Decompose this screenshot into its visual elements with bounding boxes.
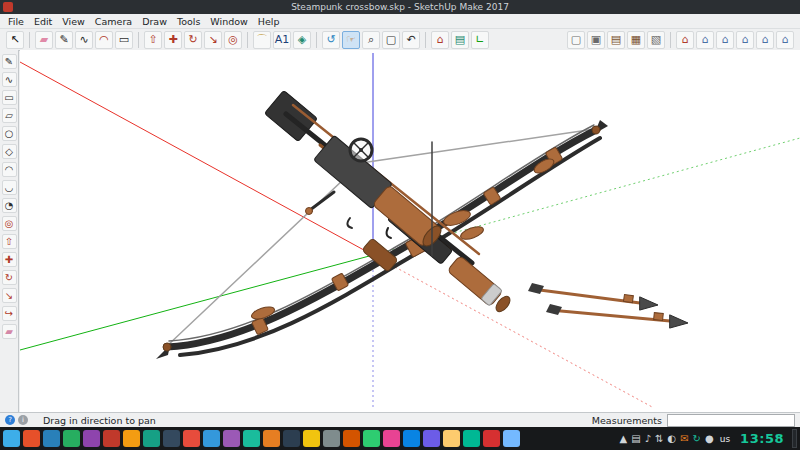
taskbar-app-icon[interactable] <box>23 430 40 447</box>
offset-icon[interactable]: ◎ <box>224 31 242 49</box>
taskbar-app-icon[interactable] <box>403 430 420 447</box>
taskbar-app-icon[interactable] <box>463 430 480 447</box>
scale-icon[interactable]: ↘ <box>2 288 17 303</box>
rotate-icon[interactable]: ↻ <box>184 31 202 49</box>
volume-icon[interactable]: ♪ <box>645 427 651 450</box>
measurements-input[interactable] <box>667 414 795 427</box>
view-top-icon[interactable]: ⌂ <box>696 31 714 49</box>
zoom-extents-icon[interactable]: ▢ <box>382 31 400 49</box>
taskbar-app-icon[interactable] <box>283 430 300 447</box>
text-icon[interactable]: A1 <box>273 31 291 49</box>
titlebar[interactable]: Steampunk crossbow.skp - SketchUp Make 2… <box>0 0 800 14</box>
taskbar-app-icon[interactable] <box>423 430 440 447</box>
taskbar-app-icon[interactable] <box>323 430 340 447</box>
circle-icon[interactable]: ○ <box>2 126 17 141</box>
viewport-3d[interactable] <box>20 50 800 412</box>
line-icon[interactable]: ✎ <box>55 31 73 49</box>
taskbar-app-icon[interactable] <box>143 430 160 447</box>
style-hidden-line-icon[interactable]: ▣ <box>587 31 605 49</box>
display-icon[interactable]: ◐ <box>667 427 676 450</box>
crossbow-model[interactable] <box>156 90 688 359</box>
previous-view-icon[interactable]: ↶ <box>402 31 420 49</box>
menu-edit[interactable]: Edit <box>29 15 57 28</box>
style-wireframe-icon[interactable]: ▢ <box>567 31 585 49</box>
offset-icon[interactable]: ◎ <box>2 216 17 231</box>
rotated-rectangle-icon[interactable]: ▱ <box>2 108 17 123</box>
crossbow-bolt[interactable] <box>546 304 688 328</box>
eraser-icon[interactable]: ▰ <box>35 31 53 49</box>
follow-me-icon[interactable]: ↪ <box>2 306 17 321</box>
warehouse-icon[interactable]: ⌂ <box>431 31 449 49</box>
taskbar-app-icon[interactable] <box>123 430 140 447</box>
two-point-arc-icon[interactable]: ◡ <box>2 180 17 195</box>
keyboard-layout-indicator[interactable]: us <box>720 434 730 444</box>
taskbar-app-icon[interactable] <box>243 430 260 447</box>
rectangle-icon[interactable]: ▭ <box>2 90 17 105</box>
help-icon[interactable]: ? <box>5 415 15 425</box>
pushpull-icon[interactable]: ⇧ <box>2 234 17 249</box>
taskbar-app-icon[interactable] <box>223 430 240 447</box>
rotate-icon[interactable]: ↻ <box>2 270 17 285</box>
view-right-icon[interactable]: ⌂ <box>736 31 754 49</box>
taskbar-clock[interactable]: 13:58 <box>740 431 784 446</box>
taskbar-app-icon[interactable] <box>163 430 180 447</box>
notifications-icon[interactable]: ● <box>705 427 714 450</box>
show-desktop-button[interactable] <box>792 429 797 448</box>
paint-bucket-icon[interactable]: ◈ <box>293 31 311 49</box>
style-textured-icon[interactable]: ▦ <box>627 31 645 49</box>
arc-icon[interactable]: ◠ <box>95 31 113 49</box>
network-icon[interactable]: ⇅ <box>655 427 663 450</box>
move-icon[interactable]: ✚ <box>2 252 17 267</box>
tape-measure-icon[interactable]: ⌒ <box>253 31 271 49</box>
taskbar-app-icon[interactable] <box>303 430 320 447</box>
taskbar-app-icon[interactable] <box>83 430 100 447</box>
freehand-icon[interactable]: ∿ <box>75 31 93 49</box>
crossbow-bolt[interactable] <box>528 283 658 310</box>
info-icon[interactable]: i <box>18 415 28 425</box>
section-plane-icon[interactable]: ▤ <box>451 31 469 49</box>
menu-tools[interactable]: Tools <box>172 15 205 28</box>
pushpull-icon[interactable]: ⇧ <box>144 31 162 49</box>
polygon-icon[interactable]: ◇ <box>2 144 17 159</box>
line-icon[interactable]: ✎ <box>2 54 17 69</box>
drawing-canvas[interactable] <box>20 50 800 412</box>
view-iso-icon[interactable]: ⌂ <box>676 31 694 49</box>
taskbar-app-icon[interactable] <box>343 430 360 447</box>
view-left-icon[interactable]: ⌂ <box>776 31 794 49</box>
pan-icon[interactable]: ☞ <box>342 31 360 49</box>
orbit-icon[interactable]: ↺ <box>322 31 340 49</box>
taskbar-app-icon[interactable] <box>263 430 280 447</box>
menu-view[interactable]: View <box>57 15 90 28</box>
tray-expand-icon[interactable]: ▲ <box>620 427 628 450</box>
style-shaded-icon[interactable]: ▤ <box>607 31 625 49</box>
axes-icon[interactable]: ∟ <box>471 31 489 49</box>
mail-icon[interactable]: ✉ <box>680 427 688 450</box>
menu-camera[interactable]: Camera <box>90 15 137 28</box>
taskbar-app-icon[interactable] <box>363 430 380 447</box>
taskbar-app-icon[interactable] <box>383 430 400 447</box>
app-launcher-icon[interactable] <box>3 430 20 447</box>
style-monochrome-icon[interactable]: ▧ <box>647 31 665 49</box>
taskbar-app-icon[interactable] <box>483 430 500 447</box>
taskbar-app-icon[interactable] <box>503 430 520 447</box>
select-arrow-icon[interactable]: ↖ <box>6 31 24 49</box>
freehand-icon[interactable]: ∿ <box>2 72 17 87</box>
taskbar-app-icon[interactable] <box>43 430 60 447</box>
zoom-icon[interactable]: ⌕ <box>362 31 380 49</box>
clipboard-icon[interactable]: ▤ <box>631 427 640 450</box>
scale-icon[interactable]: ↘ <box>204 31 222 49</box>
arc-icon[interactable]: ◠ <box>2 162 17 177</box>
taskbar-app-icon[interactable] <box>183 430 200 447</box>
menu-help[interactable]: Help <box>253 15 285 28</box>
menu-window[interactable]: Window <box>205 15 252 28</box>
taskbar-app-icon[interactable] <box>103 430 120 447</box>
menu-draw[interactable]: Draw <box>137 15 172 28</box>
taskbar-app-icon[interactable] <box>443 430 460 447</box>
eraser-icon[interactable]: ▰ <box>2 324 17 339</box>
update-icon[interactable]: ↻ <box>693 427 701 450</box>
taskbar-app-icon[interactable] <box>63 430 80 447</box>
pie-icon[interactable]: ◔ <box>2 198 17 213</box>
shapes-icon[interactable]: ▭ <box>115 31 133 49</box>
taskbar-app-icon[interactable] <box>203 430 220 447</box>
menu-file[interactable]: File <box>3 15 29 28</box>
